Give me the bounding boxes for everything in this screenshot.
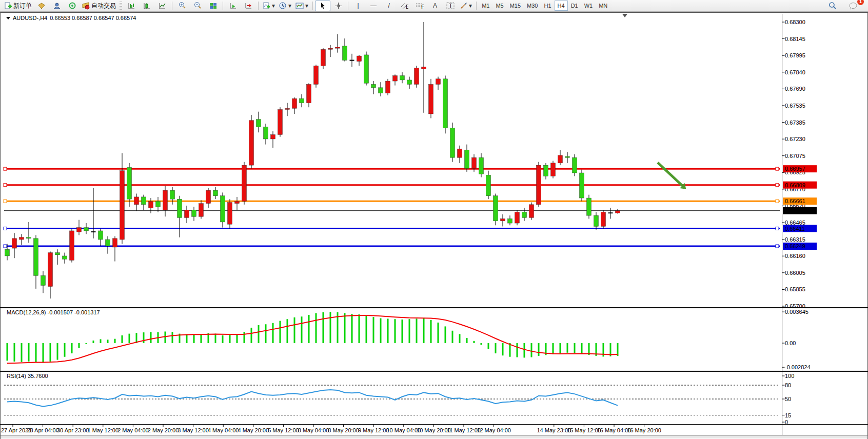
signals-button[interactable] — [65, 1, 80, 11]
svg-text:8 May 04:00: 8 May 04:00 — [298, 427, 329, 433]
chart-shift-icon — [245, 2, 252, 10]
new-order-icon — [4, 2, 12, 10]
horizontal-line-tool-button[interactable]: — — [366, 1, 381, 11]
fibonacci-tool-button[interactable]: F — [412, 1, 427, 11]
trendline-tool-button[interactable]: / — [381, 1, 397, 11]
crosshair-button[interactable] — [330, 1, 346, 11]
line-chart-button[interactable] — [154, 1, 170, 11]
svg-text:0.67995: 0.67995 — [785, 52, 805, 58]
svg-text:0.66005: 0.66005 — [785, 270, 805, 276]
timeframe-m15-button[interactable]: M15 — [507, 1, 524, 11]
svg-text:0.00: 0.00 — [785, 340, 796, 346]
label-tool-button[interactable]: T — [443, 1, 458, 11]
rsi-panel — [4, 385, 780, 415]
svg-text:10 May 20:00: 10 May 20:00 — [417, 427, 451, 433]
toolbar: 新订单 自动交易 — [0, 0, 868, 12]
shapes-tool-button[interactable]: ▾ — [458, 1, 474, 11]
periods-button[interactable]: ▾ — [277, 1, 293, 11]
timeframe-m1-button[interactable]: M1 — [479, 1, 492, 11]
notification-badge: 1 — [857, 0, 864, 5]
dropdown-caret-icon: ▾ — [272, 2, 275, 9]
timeframe-d1-button[interactable]: D1 — [568, 1, 581, 11]
toolbar-separator — [223, 2, 223, 10]
candlestick-button[interactable] — [139, 1, 154, 11]
auto-trading-label: 自动交易 — [91, 2, 116, 10]
macd-panel — [7, 312, 618, 363]
date-axis[interactable]: 27 Apr 202328 Apr 04:0030 Apr 23:001 May… — [1, 425, 661, 433]
horizontal-level-lines[interactable]: 0.669570.668090.666610.664110.662490.665… — [4, 165, 817, 250]
svg-text:16 May 20:00: 16 May 20:00 — [627, 427, 661, 433]
mt4-application: 新订单 自动交易 — [0, 0, 868, 439]
chart-shift-button[interactable] — [241, 1, 256, 11]
zoom-out-button[interactable] — [190, 1, 205, 11]
svg-text:8 May 20:00: 8 May 20:00 — [328, 427, 359, 433]
svg-text:16 May 04:00: 16 May 04:00 — [597, 427, 632, 433]
candlestick-icon — [143, 2, 151, 10]
zoom-out-icon — [193, 2, 202, 10]
svg-text:0.66574: 0.66574 — [785, 208, 805, 214]
svg-text:T: T — [449, 3, 452, 9]
vertical-line-tool-button[interactable]: | — [350, 1, 366, 11]
text-icon: A — [433, 2, 437, 9]
macd-signal-line — [7, 315, 618, 363]
svg-text:0.66809: 0.66809 — [785, 182, 805, 188]
chart-shift-marker — [622, 14, 627, 17]
svg-text:5 May 12:00: 5 May 12:00 — [268, 427, 299, 433]
clock-icon — [279, 2, 287, 10]
macd-indicator-label: MACD(12,26,9) -0.001507 -0.001317 — [7, 309, 100, 315]
channel-tool-button[interactable]: E — [397, 1, 412, 11]
cursor-button[interactable] — [315, 1, 330, 11]
svg-text:0: 0 — [785, 419, 788, 425]
search-button[interactable] — [825, 1, 840, 11]
bar-chart-button[interactable] — [124, 1, 139, 11]
quotes-button[interactable] — [34, 1, 49, 11]
svg-text:0.66160: 0.66160 — [785, 253, 805, 259]
ohlc-values: 0.66553 0.66587 0.66547 0.66574 — [50, 15, 136, 21]
indicators-button[interactable]: ▾ — [261, 1, 277, 11]
svg-text:9 May 12:00: 9 May 12:00 — [358, 427, 389, 433]
dropdown-caret-icon: ▾ — [469, 2, 472, 9]
zoom-in-button[interactable] — [174, 1, 190, 11]
timeframe-h1-button[interactable]: H1 — [541, 1, 555, 11]
svg-text:0.65855: 0.65855 — [785, 286, 805, 292]
signals-icon — [69, 2, 76, 10]
symbol-dropdown-icon[interactable] — [6, 17, 10, 19]
timeframe-mn-button[interactable]: MN — [596, 1, 610, 11]
tile-windows-icon — [209, 2, 217, 10]
chart-canvas[interactable]: 0.683000.681450.679950.678400.676900.675… — [0, 0, 868, 439]
timeframe-h4-button[interactable]: H4 — [555, 1, 568, 11]
svg-text:10 May 04:00: 10 May 04:00 — [386, 427, 421, 433]
text-tool-button[interactable]: A — [427, 1, 443, 11]
svg-text:28 Apr 04:00: 28 Apr 04:00 — [27, 427, 58, 433]
vertical-line-icon: | — [358, 2, 359, 9]
svg-text:0.66661: 0.66661 — [785, 198, 805, 204]
notifications-button[interactable]: 1 — [845, 1, 861, 11]
cursor-icon — [320, 2, 326, 9]
timeframe-w1-button[interactable]: W1 — [581, 1, 596, 11]
auto-trading-button[interactable]: 自动交易 — [80, 1, 118, 11]
toolbar-grip[interactable] — [120, 2, 122, 10]
profile-button[interactable] — [49, 1, 65, 11]
new-order-button[interactable]: 新订单 — [2, 1, 34, 11]
price-axis[interactable]: 0.683000.681450.679950.678400.676900.675… — [782, 19, 811, 425]
svg-text:15 May 12:00: 15 May 12:00 — [567, 427, 601, 433]
label-icon: T — [446, 2, 455, 9]
auto-scroll-button[interactable] — [225, 1, 241, 11]
templates-button[interactable]: ▾ — [293, 1, 310, 11]
panel-separators — [0, 14, 868, 438]
svg-text:0.67840: 0.67840 — [785, 69, 805, 75]
dropdown-caret-icon: ▾ — [305, 2, 308, 9]
timeframe-m5-button[interactable]: M5 — [492, 1, 506, 11]
svg-text:0.67385: 0.67385 — [785, 119, 805, 126]
candlesticks[interactable] — [5, 14, 628, 298]
fibonacci-icon: F — [416, 2, 424, 9]
svg-text:-0.002824: -0.002824 — [785, 364, 811, 370]
svg-text:100: 100 — [785, 373, 794, 379]
svg-text:80: 80 — [785, 382, 791, 388]
toolbar-separator — [348, 2, 348, 10]
toolbar-separator — [172, 2, 172, 10]
timeframe-m30-button[interactable]: M30 — [524, 1, 541, 11]
tile-windows-button[interactable] — [205, 1, 221, 11]
svg-text:30 Apr 23:00: 30 Apr 23:00 — [57, 427, 89, 433]
svg-text:0.67535: 0.67535 — [785, 103, 805, 109]
